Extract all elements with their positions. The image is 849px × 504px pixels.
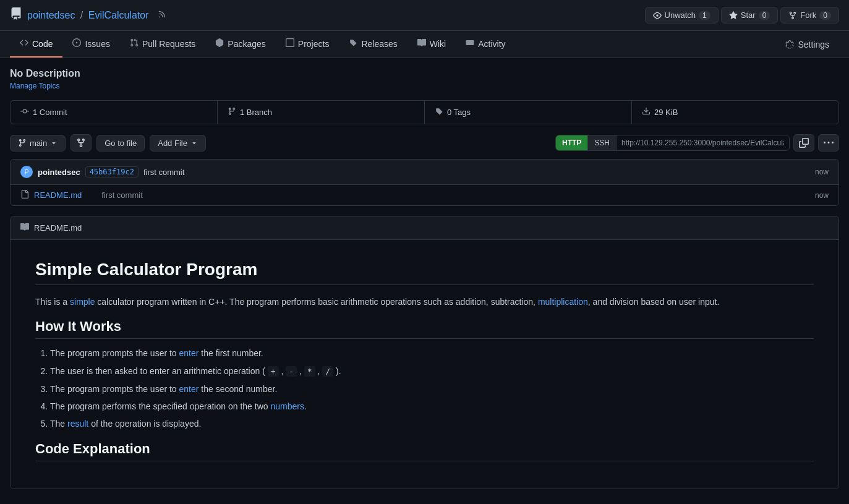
repo-icon: [10, 7, 22, 23]
unwatch-button[interactable]: Unwatch 1: [645, 7, 719, 23]
commit-message: first commit: [143, 168, 810, 177]
main-content: No Description Manage Topics 1 Commit 1 …: [0, 58, 849, 499]
commits-label: 1 Commit: [33, 108, 67, 117]
simple-link: simple: [70, 297, 95, 307]
more-options-button[interactable]: [818, 134, 839, 152]
readme-title: Simple Calculator Program: [35, 260, 814, 285]
star-label: Star: [741, 11, 756, 20]
tab-wiki[interactable]: Wiki: [407, 31, 456, 58]
file-time: now: [815, 191, 829, 200]
readme-section: README.md Simple Calculator Program This…: [10, 216, 839, 489]
action-bar-left: main Go to file Add File: [10, 134, 206, 152]
tab-pull-requests[interactable]: Pull Requests: [120, 31, 205, 58]
steps-list: The program prompts the user to enter th…: [35, 346, 814, 430]
clone-url-input[interactable]: [616, 135, 789, 150]
projects-icon: [286, 38, 294, 49]
readme-header: README.md: [11, 216, 838, 240]
tab-packages[interactable]: Packages: [205, 31, 275, 58]
star-count: 0: [759, 11, 770, 20]
branch-selector[interactable]: main: [10, 135, 66, 152]
action-bar-right: HTTP SSH: [555, 134, 839, 152]
commit-row: P pointedsec 45b63f19c2 first commit now: [11, 160, 838, 185]
commit-time: now: [815, 168, 829, 176]
list-item: The program performs the specified opera…: [50, 399, 814, 413]
go-to-file-button[interactable]: Go to file: [96, 135, 145, 152]
repo-description: No Description: [10, 68, 839, 79]
topbar: pointedsec / EvilCalculator Unwatch 1 St…: [0, 0, 849, 31]
repo-owner-link[interactable]: pointedsec: [27, 10, 75, 20]
compare-button[interactable]: [70, 134, 92, 152]
tags-stat[interactable]: 0 Tags: [425, 101, 632, 124]
http-button[interactable]: HTTP: [556, 135, 587, 150]
url-group: HTTP SSH: [555, 135, 790, 151]
unwatch-count: 1: [699, 11, 710, 20]
readme-filename: README.md: [34, 223, 82, 233]
go-to-file-label: Go to file: [105, 139, 137, 148]
stats-bar: 1 Commit 1 Branch 0 Tags 29 KiB: [10, 100, 839, 124]
tab-code[interactable]: Code: [10, 31, 62, 58]
fork-button[interactable]: Fork 0: [780, 7, 839, 23]
releases-icon: [349, 38, 357, 49]
repo-name-link[interactable]: EvilCalculator: [88, 10, 149, 20]
list-item: The result of the operation is displayed…: [50, 417, 814, 430]
size-icon: [642, 107, 651, 117]
size-label: 29 KiB: [654, 108, 678, 117]
branch-label: 1 Branch: [240, 108, 272, 117]
action-bar: main Go to file Add File HTTP SSH: [10, 134, 839, 152]
settings-label: Settings: [798, 40, 829, 49]
tab-issues[interactable]: Issues: [62, 31, 119, 58]
nav-settings[interactable]: Settings: [775, 32, 839, 57]
topbar-left: pointedsec / EvilCalculator: [10, 7, 166, 23]
branch-name: main: [30, 139, 47, 148]
nav-tabs: Code Issues Pull Requests Packages Proje…: [0, 31, 849, 58]
unwatch-label: Unwatch: [665, 11, 696, 20]
copy-url-button[interactable]: [793, 134, 814, 152]
how-it-works-heading: How It Works: [35, 318, 814, 339]
file-icon: [20, 190, 29, 200]
repo-path: pointedsec / EvilCalculator: [27, 10, 149, 21]
code-explanation-heading: Code Explanation: [35, 441, 814, 461]
tab-releases[interactable]: Releases: [339, 31, 407, 58]
readme-description: This is a simple calculator program writ…: [35, 295, 814, 309]
fork-count: 0: [819, 11, 831, 20]
list-item: The program prompts the user to enter th…: [50, 382, 814, 396]
branch-icon: [228, 107, 236, 117]
commit-author[interactable]: pointedsec: [38, 168, 80, 177]
packages-icon: [215, 38, 224, 49]
tags-label: 0 Tags: [447, 108, 471, 117]
tab-projects[interactable]: Projects: [276, 31, 339, 58]
commits-icon: [20, 107, 29, 117]
file-table: P pointedsec 45b63f19c2 first commit now…: [10, 159, 839, 206]
activity-icon: [466, 38, 474, 49]
file-name[interactable]: README.md: [34, 190, 82, 200]
fork-label: Fork: [800, 11, 816, 20]
star-button[interactable]: Star 0: [721, 7, 779, 23]
add-file-label: Add File: [158, 139, 187, 148]
table-row: README.md first commit now: [11, 185, 838, 205]
wiki-icon: [417, 38, 426, 49]
pr-icon: [130, 38, 139, 49]
list-item: The user is then asked to enter an arith…: [50, 364, 814, 378]
nav-tabs-left: Code Issues Pull Requests Packages Proje…: [10, 31, 516, 58]
readme-body: Simple Calculator Program This is a simp…: [11, 240, 838, 489]
commits-stat[interactable]: 1 Commit: [11, 101, 218, 124]
file-commit: first commit: [87, 190, 810, 200]
tab-activity[interactable]: Activity: [456, 31, 515, 58]
code-icon: [20, 38, 28, 49]
multiplication-link: multiplication: [538, 297, 588, 307]
rss-icon: [158, 10, 166, 20]
list-item: The program prompts the user to enter th…: [50, 346, 814, 360]
size-stat: 29 KiB: [632, 101, 838, 124]
tags-icon: [435, 107, 443, 117]
manage-topics-link[interactable]: Manage Topics: [10, 82, 839, 90]
ssh-button[interactable]: SSH: [587, 135, 616, 150]
issues-icon: [72, 38, 81, 49]
commit-avatar: P: [20, 166, 33, 178]
add-file-button[interactable]: Add File: [150, 135, 206, 152]
commit-hash[interactable]: 45b63f19c2: [85, 166, 139, 177]
book-icon: [20, 223, 29, 233]
branch-stat[interactable]: 1 Branch: [218, 101, 425, 124]
topbar-right: Unwatch 1 Star 0 Fork 0: [645, 7, 839, 23]
